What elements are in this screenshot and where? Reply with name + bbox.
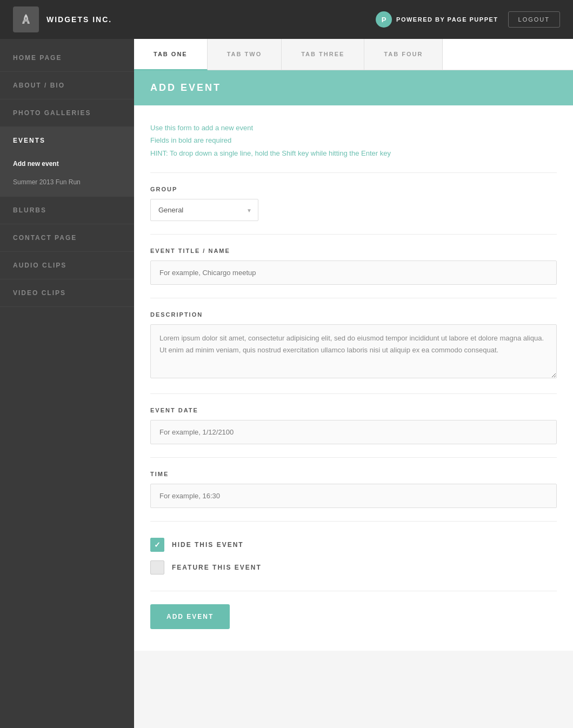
checkmark-icon: ✓ xyxy=(154,540,161,549)
description-label: DESCRIPTION xyxy=(150,311,557,318)
time-field: TIME xyxy=(150,457,557,521)
feature-event-checkbox[interactable]: ✓ xyxy=(150,560,164,575)
sidebar-item-video-clips[interactable]: VIDEO CLIPS xyxy=(0,279,134,307)
group-select-wrapper: General Category A Category B ▼ xyxy=(150,199,258,221)
sidebar-item-blurbs[interactable]: BLURBS xyxy=(0,197,134,224)
feature-event-label: FEATURE THIS EVENT xyxy=(172,564,262,571)
event-date-input[interactable] xyxy=(150,420,557,444)
hide-event-item: ✓ HIDE THIS EVENT xyxy=(150,538,557,552)
event-date-label: EVENT DATE xyxy=(150,407,557,413)
tab-bar: TAB ONE TAB TWO TAB THREE TAB FOUR xyxy=(134,39,573,70)
main-content-area: TAB ONE TAB TWO TAB THREE TAB FOUR ADD E… xyxy=(134,39,573,728)
sidebar-sub-item-summer-fun-run[interactable]: Summer 2013 Fun Run xyxy=(0,173,134,191)
sidebar-item-photo-galleries[interactable]: PHOTO GALLERIES xyxy=(0,99,134,127)
powered-by-section: P POWERED BY PAGE PUPPET xyxy=(376,11,498,28)
sidebar-item-about-bio[interactable]: ABOUT / BIO xyxy=(0,72,134,99)
hide-event-checkbox[interactable]: ✓ xyxy=(150,538,164,552)
logout-button[interactable]: LOGOUT xyxy=(508,11,560,28)
form-container: Use this form to add a new event Fields … xyxy=(134,105,573,651)
pp-badge: P xyxy=(376,11,392,28)
hint-2: Fields in bold are required xyxy=(150,134,557,146)
nav-right-area: P POWERED BY PAGE PUPPET LOGOUT xyxy=(376,11,560,28)
main-layout: HOME PAGE ABOUT / BIO PHOTO GALLERIES EV… xyxy=(0,39,573,728)
sidebar-item-home-page[interactable]: HOME PAGE xyxy=(0,44,134,72)
submit-section: ADD EVENT xyxy=(150,591,557,635)
group-field: GROUP General Category A Category B ▼ xyxy=(150,172,557,234)
group-select[interactable]: General Category A Category B xyxy=(150,199,258,221)
event-title-input[interactable] xyxy=(150,261,557,285)
hint-3: HINT: To drop down a single line, hold t… xyxy=(150,147,557,159)
logo-box xyxy=(13,6,39,32)
time-input[interactable] xyxy=(150,484,557,508)
description-field: DESCRIPTION Lorem ipsum dolor sit amet, … xyxy=(150,298,557,393)
sidebar-item-audio-clips[interactable]: AUDIO CLIPS xyxy=(0,252,134,279)
event-title-label: EVENT TITLE / NAME xyxy=(150,248,557,254)
brand-name: WIDGETS INC. xyxy=(46,15,112,24)
sidebar: HOME PAGE ABOUT / BIO PHOTO GALLERIES EV… xyxy=(0,39,134,728)
checkbox-group: ✓ HIDE THIS EVENT ✓ FEATURE THIS EVENT xyxy=(150,521,557,591)
section-title: ADD EVENT xyxy=(150,82,557,93)
tab-content: ADD EVENT Use this form to add a new eve… xyxy=(134,70,573,728)
group-label: GROUP xyxy=(150,186,557,192)
top-navigation: WIDGETS INC. P POWERED BY PAGE PUPPET LO… xyxy=(0,0,573,39)
hint-block: Use this form to add a new event Fields … xyxy=(150,122,557,159)
event-title-field: EVENT TITLE / NAME xyxy=(150,234,557,298)
event-date-field: EVENT DATE xyxy=(150,393,557,457)
tab-one[interactable]: TAB ONE xyxy=(134,39,208,70)
nav-brand-area: WIDGETS INC. xyxy=(13,6,112,32)
tab-three[interactable]: TAB THREE xyxy=(282,39,364,70)
section-header: ADD EVENT xyxy=(134,70,573,105)
description-textarea[interactable]: Lorem ipsum dolor sit amet, consectetur … xyxy=(150,324,557,378)
rocket-icon xyxy=(19,13,32,26)
tab-two[interactable]: TAB TWO xyxy=(208,39,282,70)
sidebar-sub-item-add-new-event[interactable]: Add new event xyxy=(0,155,134,173)
feature-event-item: ✓ FEATURE THIS EVENT xyxy=(150,560,557,575)
hint-1: Use this form to add a new event xyxy=(150,122,557,134)
add-event-button[interactable]: ADD EVENT xyxy=(150,604,230,629)
tab-four[interactable]: TAB FOUR xyxy=(364,39,443,70)
powered-by-text: POWERED BY PAGE PUPPET xyxy=(396,16,498,23)
sidebar-item-contact-page[interactable]: CONTACT PAGE xyxy=(0,224,134,252)
time-label: TIME xyxy=(150,471,557,477)
sidebar-sub-menu: Add new event Summer 2013 Fun Run xyxy=(0,155,134,197)
svg-point-0 xyxy=(25,17,27,19)
sidebar-item-events[interactable]: EVENTS xyxy=(0,127,134,155)
checkmark-empty-icon: ✓ xyxy=(154,563,161,572)
hide-event-label: HIDE THIS EVENT xyxy=(172,541,244,549)
